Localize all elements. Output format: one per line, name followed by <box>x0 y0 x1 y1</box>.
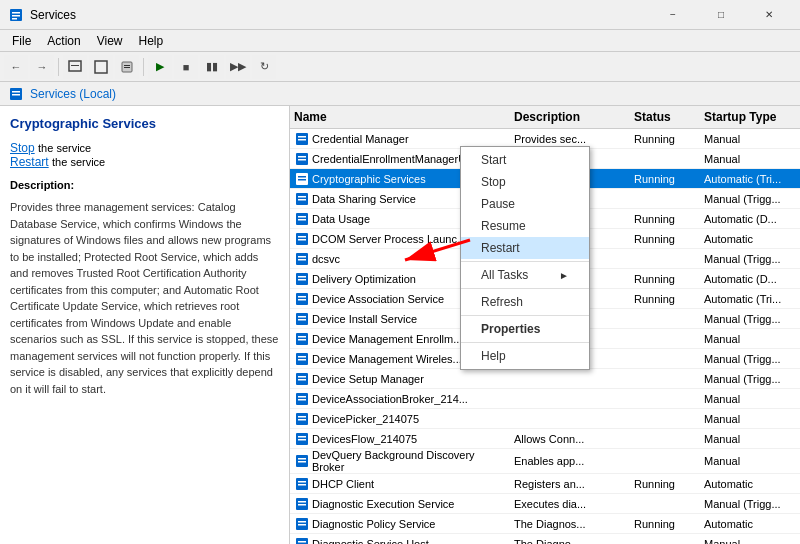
menu-bar: File Action View Help <box>0 30 800 52</box>
service-icon <box>294 453 310 469</box>
service-startup: Manual (Trigg... <box>700 193 800 205</box>
table-row[interactable]: Diagnostic Policy ServiceThe Diagnos...R… <box>290 514 800 534</box>
context-menu-item-properties[interactable]: Properties <box>461 318 589 340</box>
table-row[interactable]: DHCP ClientRegisters an...RunningAutomat… <box>290 474 800 494</box>
svg-rect-21 <box>298 179 306 181</box>
menu-view[interactable]: View <box>89 32 131 50</box>
service-startup: Manual <box>700 538 800 545</box>
menu-file[interactable]: File <box>4 32 39 50</box>
svg-rect-42 <box>298 319 306 321</box>
service-icon <box>294 391 310 407</box>
description-label: Description: <box>10 179 279 191</box>
svg-rect-9 <box>124 67 130 68</box>
service-startup: Automatic <box>700 233 800 245</box>
svg-rect-38 <box>298 296 306 298</box>
restart-service-text: the service <box>52 156 105 168</box>
maximize-button[interactable]: □ <box>698 0 744 30</box>
svg-rect-72 <box>298 524 306 526</box>
resume-button[interactable]: ▶▶ <box>226 55 250 79</box>
start-button[interactable]: ▶ <box>148 55 172 79</box>
table-row[interactable]: DevQuery Background Discovery BrokerEnab… <box>290 449 800 474</box>
restart-button[interactable]: ↻ <box>252 55 276 79</box>
context-menu-item-start[interactable]: Start <box>461 149 589 171</box>
service-name: Credential Manager <box>290 131 510 147</box>
svg-rect-2 <box>12 15 20 17</box>
svg-rect-6 <box>95 61 107 73</box>
svg-rect-24 <box>298 199 306 201</box>
service-startup: Automatic (D... <box>700 213 800 225</box>
svg-rect-65 <box>298 481 306 483</box>
svg-rect-15 <box>298 139 306 141</box>
service-status: Running <box>630 273 700 285</box>
address-value[interactable]: Services (Local) <box>30 87 116 101</box>
table-row[interactable]: DevicePicker_214075ManualLocal Syster <box>290 409 800 429</box>
service-icon <box>294 151 310 167</box>
minimize-button[interactable]: − <box>650 0 696 30</box>
service-name: DevQuery Background Discovery Broker <box>290 449 510 473</box>
service-desc: Provides sec... <box>510 133 630 145</box>
svg-rect-39 <box>298 299 306 301</box>
service-status: Running <box>630 478 700 490</box>
context-menu-item-help[interactable]: Help <box>461 345 589 367</box>
service-icon <box>294 271 310 287</box>
svg-rect-18 <box>298 159 306 161</box>
back-button[interactable]: ← <box>4 55 28 79</box>
stop-button[interactable]: ■ <box>174 55 198 79</box>
svg-rect-32 <box>298 256 306 258</box>
svg-rect-12 <box>12 94 20 96</box>
properties-button[interactable] <box>115 55 139 79</box>
service-status: Running <box>630 293 700 305</box>
col-header-desc[interactable]: Description <box>510 110 630 124</box>
service-desc: The Diagnos... <box>510 518 630 530</box>
service-name: Diagnostic Execution Service <box>290 496 510 512</box>
service-desc: Executes dia... <box>510 498 630 510</box>
context-menu-separator <box>461 342 589 343</box>
service-startup: Automatic (Tri... <box>700 293 800 305</box>
restart-service-link[interactable]: Restart <box>10 155 49 169</box>
service-startup: Manual <box>700 433 800 445</box>
svg-rect-27 <box>298 219 306 221</box>
context-menu-item-stop[interactable]: Stop <box>461 171 589 193</box>
service-icon <box>294 476 310 492</box>
context-menu-separator <box>461 288 589 289</box>
service-name: Device Setup Manager <box>290 371 510 387</box>
close-button[interactable]: ✕ <box>746 0 792 30</box>
svg-rect-8 <box>124 65 130 66</box>
service-status: Running <box>630 233 700 245</box>
service-name: DeviceAssociationBroker_214... <box>290 391 510 407</box>
table-row[interactable]: DevicesFlow_214075Allows Conn...ManualLo… <box>290 429 800 449</box>
col-header-startup[interactable]: Startup Type <box>700 110 800 124</box>
svg-rect-14 <box>298 136 306 138</box>
context-menu-item-refresh[interactable]: Refresh <box>461 291 589 313</box>
service-startup: Manual <box>700 153 800 165</box>
service-description: Provides three management services: Cata… <box>10 199 279 397</box>
show-hide-console-button[interactable] <box>63 55 87 79</box>
app-icon <box>8 7 24 23</box>
service-startup: Manual (Trigg... <box>700 498 800 510</box>
service-icon <box>294 251 310 267</box>
context-menu-item-restart[interactable]: Restart <box>461 237 589 259</box>
options-button[interactable] <box>89 55 113 79</box>
content-area: Cryptographic Services Stop the service … <box>0 106 800 544</box>
col-header-name[interactable]: Name <box>290 110 510 124</box>
table-row[interactable]: DeviceAssociationBroker_214...ManualLoca… <box>290 389 800 409</box>
context-menu-item-resume[interactable]: Resume <box>461 215 589 237</box>
col-header-status[interactable]: Status <box>630 110 700 124</box>
svg-rect-47 <box>298 356 306 358</box>
context-menu-separator <box>461 315 589 316</box>
service-startup: Manual (Trigg... <box>700 313 800 325</box>
pause-button[interactable]: ▮▮ <box>200 55 224 79</box>
context-menu-item-pause[interactable]: Pause <box>461 193 589 215</box>
service-startup: Manual <box>700 455 800 467</box>
menu-help[interactable]: Help <box>131 32 172 50</box>
svg-rect-33 <box>298 259 306 261</box>
stop-service-link[interactable]: Stop <box>10 141 35 155</box>
table-row[interactable]: Diagnostic Service HostThe Diagno...Manu… <box>290 534 800 544</box>
service-startup: Manual <box>700 133 800 145</box>
table-row[interactable]: Device Setup ManagerManual (Trigg...Loca… <box>290 369 800 389</box>
table-row[interactable]: Diagnostic Execution ServiceExecutes dia… <box>290 494 800 514</box>
menu-action[interactable]: Action <box>39 32 88 50</box>
forward-button[interactable]: → <box>30 55 54 79</box>
stop-service-text: the service <box>38 142 91 154</box>
context-menu-item-all-tasks[interactable]: All Tasks► <box>461 264 589 286</box>
